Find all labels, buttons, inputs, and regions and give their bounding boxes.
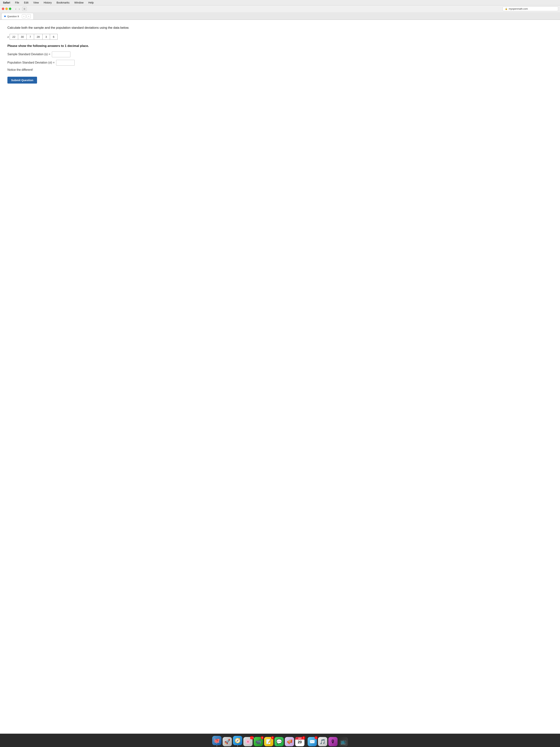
data-cell-2: 7: [27, 34, 34, 40]
dock-safari[interactable]: 🧭: [233, 736, 242, 746]
launchpad-icon: 🚀: [222, 737, 232, 746]
population-deviation-row: Population Standard Deviation (σ) =: [7, 60, 553, 66]
dock-photos[interactable]: 🌸 14,175: [243, 737, 252, 746]
dock-finder[interactable]: 🐙: [212, 736, 221, 746]
menu-edit[interactable]: Edit: [23, 1, 29, 4]
podcasts-icon: 🎙: [328, 737, 338, 746]
menu-file[interactable]: File: [14, 1, 20, 4]
data-cell-1: 30: [18, 34, 27, 40]
menu-help[interactable]: Help: [87, 1, 95, 4]
tab-label: Question 9: [7, 15, 19, 18]
data-cell-5: 6: [50, 34, 57, 40]
dock-calendar[interactable]: SEP 20 1: [295, 737, 304, 746]
dock-music[interactable]: 🎵: [318, 737, 327, 746]
data-cell-0: 22: [10, 34, 18, 40]
tab-dot: [4, 16, 6, 17]
photos-badge: 14,175: [250, 736, 254, 739]
notes-badge: 7: [271, 736, 274, 739]
dock-messages[interactable]: 💬: [274, 737, 284, 746]
facetime-badge: 4: [261, 736, 264, 739]
dock-separator: [306, 737, 306, 746]
traffic-lights: [2, 7, 11, 10]
calendar-badge: 1: [302, 736, 305, 739]
music-alt-icon: 🪗: [285, 737, 294, 746]
menu-window[interactable]: Window: [74, 1, 84, 4]
fullscreen-button[interactable]: [9, 7, 11, 10]
data-cell-4: 3: [43, 34, 50, 40]
sample-input[interactable]: [52, 52, 70, 57]
dock-mail[interactable]: ✉️ 1: [308, 737, 317, 746]
tab-nav: ‹ ›: [22, 14, 31, 18]
safari-dot: [237, 746, 238, 746]
question-header: Calculate both the sample and the popula…: [7, 25, 553, 83]
finder-icon: 🐙: [212, 736, 221, 745]
split-view-button[interactable]: ⊟: [22, 7, 27, 11]
finder-dot: [216, 746, 217, 746]
population-label: Population Standard Deviation (σ) =: [7, 61, 55, 64]
data-table-label: x: [7, 35, 9, 38]
sample-deviation-row: Sample Standard Deviation (s) =: [7, 52, 553, 57]
sample-label: Sample Standard Deviation (s) =: [7, 53, 50, 56]
address-bar[interactable]: 🔒 myopenmath.com: [503, 6, 558, 11]
data-table: x 22 30 7 28 3 6: [7, 34, 553, 40]
app-name[interactable]: Safari: [2, 1, 11, 4]
address-bar-container: 🔒 myopenmath.com: [28, 6, 558, 11]
appletv-icon: 📺: [339, 737, 348, 746]
menu-bar: Safari File Edit View History Bookmarks …: [0, 0, 560, 5]
instructions-text: Please show the following answers to 1 d…: [7, 44, 89, 48]
close-button[interactable]: [2, 7, 4, 10]
menu-history[interactable]: History: [43, 1, 53, 4]
back-button[interactable]: ‹: [14, 7, 18, 11]
question-text: Calculate both the sample and the popula…: [7, 25, 553, 30]
messages-icon: 💬: [274, 737, 284, 746]
forward-button[interactable]: ›: [18, 7, 21, 11]
dock-launchpad[interactable]: 🚀: [222, 737, 232, 746]
tab-nav-forward[interactable]: ›: [27, 14, 31, 18]
population-input[interactable]: [56, 60, 75, 66]
nav-buttons: ‹ ›: [14, 7, 21, 11]
dock-notes[interactable]: 📝 7: [264, 737, 273, 746]
notice-text: Notice the different!: [7, 68, 553, 72]
toolbar: ‹ › ⊟ 🔒 myopenmath.com: [0, 5, 560, 12]
dock-appletv[interactable]: 📺: [339, 737, 348, 746]
dock: 🐙 🚀 🧭 🌸 14,175 📹 4 📝 7 💬 🪗 SEP 20 1 ✉️ 1: [0, 733, 560, 747]
tab-bar: Question 9 ‹ ›: [0, 12, 560, 20]
minimize-button[interactable]: [5, 7, 8, 10]
submit-button[interactable]: Submit Question: [7, 77, 37, 83]
menu-view[interactable]: View: [33, 1, 39, 4]
dock-facetime[interactable]: 📹 4: [254, 737, 263, 746]
browser-chrome: ‹ › ⊟ 🔒 myopenmath.com Question 9 ‹ ›: [0, 5, 560, 20]
lock-icon: 🔒: [505, 7, 508, 10]
address-text: myopenmath.com: [509, 7, 528, 10]
dock-podcasts[interactable]: 🎙: [328, 737, 338, 746]
active-tab[interactable]: Question 9 ‹ ›: [1, 13, 33, 20]
music-icon: 🎵: [318, 737, 327, 746]
data-cells: 22 30 7 28 3 6: [10, 34, 58, 40]
mail-badge: 1: [315, 736, 318, 739]
instructions: Please show the following answers to 1 d…: [7, 44, 553, 48]
safari-icon: 🧭: [233, 736, 242, 745]
data-cell-3: 28: [34, 34, 43, 40]
dock-music-alt[interactable]: 🪗: [285, 737, 294, 746]
browser-content: Calculate both the sample and the popula…: [0, 20, 560, 733]
tab-nav-back[interactable]: ‹: [22, 14, 26, 18]
menu-bookmarks[interactable]: Bookmarks: [56, 1, 70, 4]
